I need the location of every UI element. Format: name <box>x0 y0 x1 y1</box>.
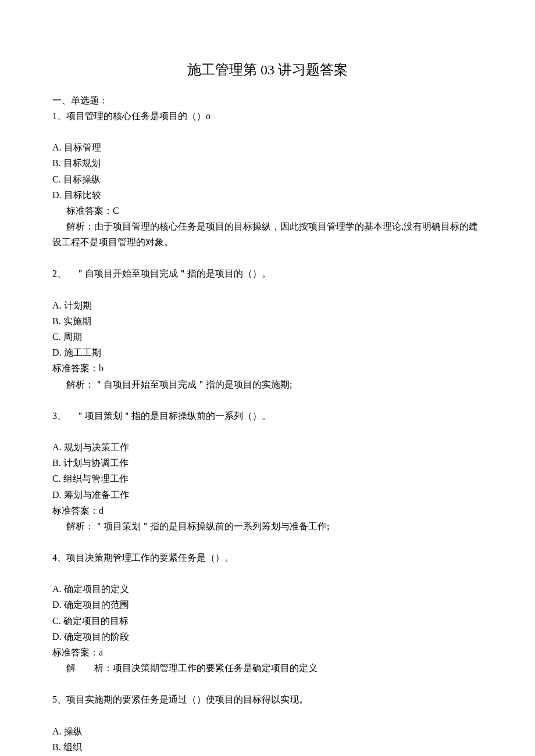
option: D. 目标比较 <box>52 187 483 203</box>
explanation: 解析：＂项目策划＂指的是目标操纵前的一系列筹划与准备工作; <box>52 518 483 534</box>
question-stem: 1、项目管理的核心任务是项目的（）o <box>52 108 483 124</box>
spacer <box>52 282 483 298</box>
question-block: 5、项目实施期的要紧任务是通过（）使项目的目标得以实现。A. 操纵B. 组织 <box>52 691 483 755</box>
answer: 标准答案：d <box>52 503 483 518</box>
option: C. 组织与管理工作 <box>52 471 483 486</box>
option: D. 筹划与准备工作 <box>52 487 483 503</box>
option: B. 实施期 <box>52 313 483 329</box>
option: A. 操纵 <box>52 723 483 739</box>
answer: 标准答案：b <box>52 360 483 376</box>
spacer <box>52 534 483 550</box>
spacer <box>52 392 483 408</box>
option: A. 目标管理 <box>52 139 483 155</box>
spacer <box>52 124 483 139</box>
explanation: 解析：＂自项目开始至项目完成＂指的是项目的实施期; <box>52 377 483 392</box>
question-block: 1、项目管理的核心任务是项目的（）oA. 目标管理B. 目标规划C. 目标操纵D… <box>52 108 483 266</box>
explanation: 解 析：项目决策期管理工作的要紧任务是确定项目的定义 <box>52 660 483 676</box>
option: A. 计划期 <box>52 298 483 313</box>
answer: 标准答案：a <box>52 644 483 660</box>
spacer <box>52 424 483 439</box>
explanation: 解析：由于项目管理的核心任务是项目的目标操纵，因此按项目管理学的基本理论,没有明… <box>52 218 483 250</box>
question-stem: 4、项目决策期管理工作的要紧任务是（）。 <box>52 550 483 565</box>
option: C. 目标操纵 <box>52 171 483 187</box>
section-heading: 一、单选题： <box>52 92 483 108</box>
question-stem: 2、 ＂自项目开始至项目完成＂指的是项目的（）。 <box>52 266 483 281</box>
page-title: 施工管理第 03 讲习题答案 <box>52 58 483 82</box>
option: B. 目标规划 <box>52 155 483 171</box>
option: D. 确定项目的阶段 <box>52 629 483 644</box>
option: D. 确定项目的范围 <box>52 597 483 612</box>
question-stem: 5、项目实施期的要紧任务是通过（）使项目的目标得以实现。 <box>52 691 483 707</box>
question-stem: 3、 ＂项目策划＂指的是目标操纵前的一系列（）。 <box>52 408 483 424</box>
question-block: 3、 ＂项目策划＂指的是目标操纵前的一系列（）。A. 规划与决策工作B. 计划与… <box>52 408 483 550</box>
questions-container: 1、项目管理的核心任务是项目的（）oA. 目标管理B. 目标规划C. 目标操纵D… <box>52 108 483 755</box>
option: C. 确定项目的目标 <box>52 613 483 629</box>
answer: 标准答案：C <box>52 203 483 218</box>
question-block: 4、项目决策期管理工作的要紧任务是（）。A. 确定项目的定义D. 确定项目的范围… <box>52 550 483 691</box>
question-block: 2、 ＂自项目开始至项目完成＂指的是项目的（）。A. 计划期B. 实施期C. 周… <box>52 266 483 407</box>
option: A. 确定项目的定义 <box>52 581 483 597</box>
option: B. 计划与协调工作 <box>52 455 483 471</box>
option: C. 周期 <box>52 329 483 345</box>
option: D. 施工工期 <box>52 345 483 360</box>
spacer <box>52 565 483 581</box>
spacer <box>52 250 483 266</box>
spacer <box>52 676 483 691</box>
option: B. 组织 <box>52 739 483 755</box>
spacer <box>52 708 483 723</box>
option: A. 规划与决策工作 <box>52 439 483 455</box>
